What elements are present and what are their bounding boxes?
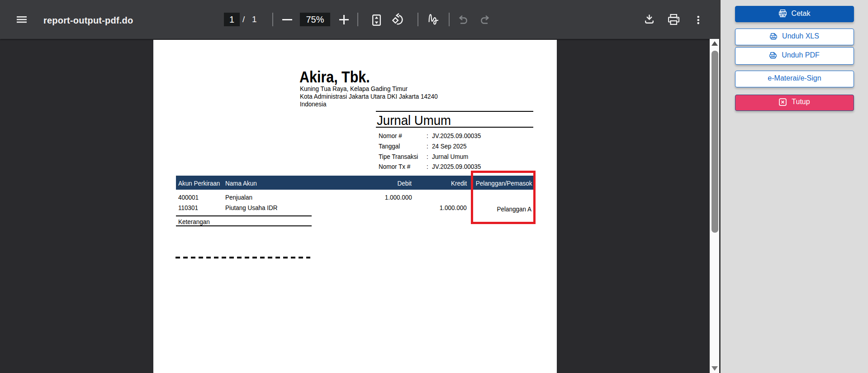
svg-text:XLS: XLS: [772, 35, 776, 38]
svg-text:PDF: PDF: [771, 54, 775, 57]
